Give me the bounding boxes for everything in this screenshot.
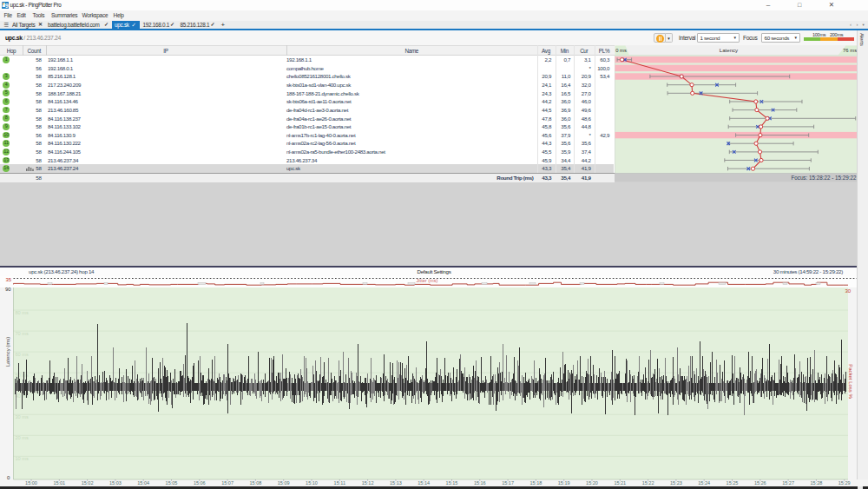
svg-text:80 ms: 80 ms (16, 310, 29, 315)
svg-text:Latency (ms): Latency (ms) (5, 337, 10, 367)
svg-text:60 ms: 60 ms (16, 352, 29, 357)
svg-text:90: 90 (5, 287, 11, 292)
svg-text:10 ms: 10 ms (16, 456, 29, 461)
svg-text:30 ms: 30 ms (16, 414, 29, 420)
svg-text:35: 35 (6, 277, 12, 282)
svg-text:20 ms: 20 ms (16, 435, 29, 440)
svg-text:Jitter (ms): Jitter (ms) (417, 278, 438, 283)
svg-text:0: 0 (7, 475, 10, 480)
svg-text:30: 30 (845, 288, 852, 294)
svg-text:Packet Loss %: Packet Loss % (848, 364, 853, 399)
svg-text:70 ms: 70 ms (16, 331, 29, 336)
